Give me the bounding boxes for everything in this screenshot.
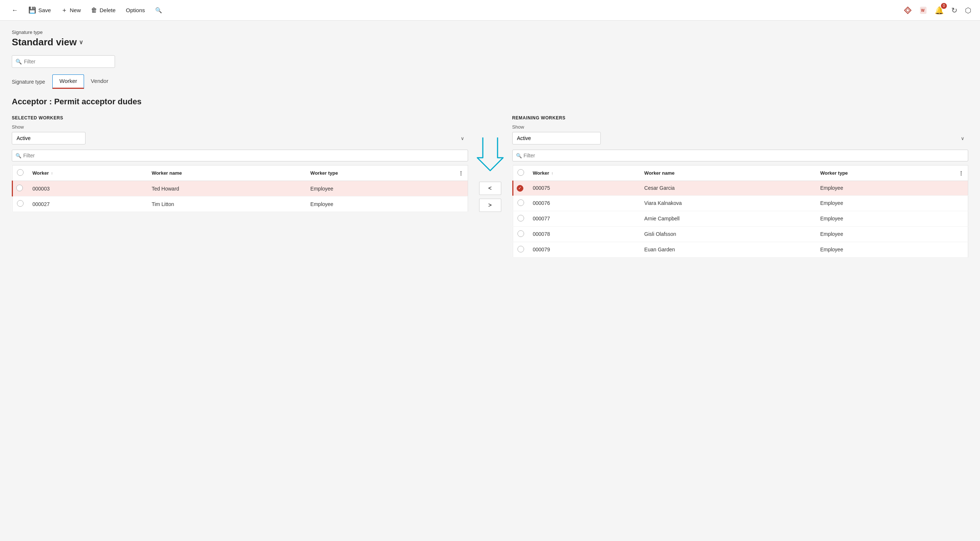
refresh-button[interactable]: ↻ <box>950 5 959 16</box>
right-col-worker[interactable]: Worker ↑ <box>528 165 640 181</box>
right-col-name: Worker name <box>640 165 816 181</box>
right-row2-type: Employee <box>816 195 954 211</box>
svg-text:W: W <box>921 8 925 13</box>
right-row2-more <box>954 195 968 211</box>
main-filter-input[interactable] <box>12 55 115 68</box>
back-button[interactable]: ← <box>7 5 22 16</box>
right-row1-type: Employee <box>816 181 954 196</box>
table-row[interactable]: 000077 Arnie Campbell Employee <box>513 211 968 226</box>
svg-marker-1 <box>906 8 910 12</box>
main-content: Signature type Standard view ∨ 🔍 Signatu… <box>0 21 980 266</box>
left-row1-worker: 000003 <box>28 181 147 196</box>
table-row[interactable]: 000078 Gisli Olafsson Employee <box>513 226 968 242</box>
notification-count: 0 <box>941 3 947 9</box>
right-row3-checkbox[interactable] <box>517 215 524 221</box>
right-row5-checkbox[interactable] <box>517 246 524 253</box>
left-dropdown-arrow-icon: ∨ <box>461 135 465 141</box>
chevron-down-icon: ∨ <box>79 39 83 46</box>
toolbar: ← 💾 Save ＋ New 🗑 Delete Options 🔍 W <box>0 0 980 21</box>
left-search-icon: 🔍 <box>16 153 21 159</box>
right-row1-worker: 000075 <box>528 181 640 196</box>
delete-button[interactable]: 🗑 Delete <box>87 5 120 16</box>
tab-vendor-label: Vendor <box>91 78 108 84</box>
remaining-workers-table: Worker ↑ Worker name Worker type ⋮ ✓ 000… <box>512 165 969 258</box>
search-toolbar-button[interactable]: 🔍 <box>151 5 167 16</box>
right-row3-checkbox-cell <box>513 211 528 226</box>
delete-icon: 🗑 <box>91 6 97 14</box>
right-row5-type: Employee <box>816 242 954 257</box>
header-checkbox[interactable] <box>17 169 24 176</box>
right-header-checkbox[interactable] <box>517 169 524 176</box>
options-label: Options <box>126 7 145 13</box>
right-row1-more <box>954 181 968 196</box>
table-header-row: Worker ↑ Worker name Worker type ⋮ <box>13 165 468 181</box>
diamond-icon-button[interactable] <box>902 5 913 16</box>
tab-worker[interactable]: Worker <box>52 75 84 89</box>
move-right-label: > <box>488 202 492 208</box>
right-row3-name: Arnie Campbell <box>640 211 816 226</box>
left-row1-checkbox[interactable] <box>16 185 23 191</box>
selected-workers-table: Worker ↑ Worker name Worker type ⋮ 00000… <box>12 165 468 212</box>
search-toolbar-icon: 🔍 <box>155 7 162 14</box>
diamond-icon <box>904 6 912 14</box>
move-right-button[interactable]: > <box>479 199 501 212</box>
right-row5-checkbox-cell <box>513 242 528 257</box>
left-row1-name: Ted Howard <box>147 181 306 196</box>
word-icon-button[interactable]: W <box>918 5 929 16</box>
word-icon: W <box>919 6 927 14</box>
table-row[interactable]: 000079 Euan Garden Employee <box>513 242 968 257</box>
right-row5-name: Euan Garden <box>640 242 816 257</box>
signature-type-tab-label: Signature type <box>12 79 45 85</box>
right-row2-checkbox[interactable] <box>517 199 524 206</box>
table-row[interactable]: ✓ 000075 Cesar Garcia Employee <box>513 181 968 196</box>
table-row[interactable]: 000027 Tim Litton Employee <box>13 196 468 212</box>
right-row4-type: Employee <box>816 226 954 242</box>
signature-type-label: Signature type <box>12 29 968 35</box>
right-row3-type: Employee <box>816 211 954 226</box>
right-show-dropdown[interactable]: Active Inactive All <box>512 132 601 145</box>
left-col-name: Worker name <box>147 165 306 181</box>
left-sort-icon: ↑ <box>51 171 53 175</box>
left-filter-input[interactable] <box>12 150 468 161</box>
move-left-button[interactable]: < <box>479 182 501 195</box>
right-row1-checkbox[interactable]: ✓ <box>517 185 523 192</box>
left-show-label: Show <box>12 124 468 130</box>
tab-vendor[interactable]: Vendor <box>84 75 115 88</box>
main-search-icon: 🔍 <box>16 59 22 65</box>
left-row2-checkbox[interactable] <box>17 200 24 207</box>
view-title-text: Standard view <box>12 37 77 48</box>
right-col-worker-label: Worker <box>533 170 549 176</box>
table-row[interactable]: 000003 Ted Howard Employee <box>13 181 468 196</box>
right-col-type: Worker type <box>816 165 954 181</box>
header-checkbox-cell <box>13 165 29 181</box>
table-row[interactable]: 000076 Viara Kalnakova Employee <box>513 195 968 211</box>
new-icon: ＋ <box>61 6 67 14</box>
right-filter-input[interactable] <box>512 150 969 161</box>
selected-workers-panel: SELECTED WORKERS Show Active Inactive Al… <box>12 115 468 212</box>
right-col-more[interactable]: ⋮ <box>954 165 968 181</box>
left-col-worker[interactable]: Worker ↑ <box>28 165 147 181</box>
left-row1-type: Employee <box>306 181 454 196</box>
left-show-dropdown[interactable]: Active Inactive All <box>12 132 86 145</box>
options-button[interactable]: Options <box>122 5 150 16</box>
save-label: Save <box>38 7 51 13</box>
new-button[interactable]: ＋ New <box>57 4 85 17</box>
right-row1-name: Cesar Garcia <box>640 181 816 196</box>
right-table-header-row: Worker ↑ Worker name Worker type ⋮ <box>513 165 968 181</box>
left-col-more[interactable]: ⋮ <box>454 165 468 181</box>
tab-worker-label: Worker <box>59 78 77 84</box>
right-row1-checkbox-cell: ✓ <box>513 181 528 196</box>
left-col-worker-label: Worker <box>32 170 49 176</box>
right-row4-checkbox[interactable] <box>517 230 524 237</box>
open-button[interactable]: ⬡ <box>963 5 973 16</box>
left-row2-name: Tim Litton <box>147 196 306 212</box>
right-header-checkbox-cell <box>513 165 528 181</box>
right-row4-name: Gisli Olafsson <box>640 226 816 242</box>
left-row2-type: Employee <box>306 196 454 212</box>
save-button[interactable]: 💾 Save <box>24 4 55 16</box>
save-icon: 💾 <box>29 6 36 14</box>
left-filter-wrap: 🔍 <box>12 150 468 161</box>
view-title[interactable]: Standard view ∨ <box>12 37 968 48</box>
notification-badge: 🔔 0 <box>933 5 945 16</box>
left-row2-worker: 000027 <box>28 196 147 212</box>
